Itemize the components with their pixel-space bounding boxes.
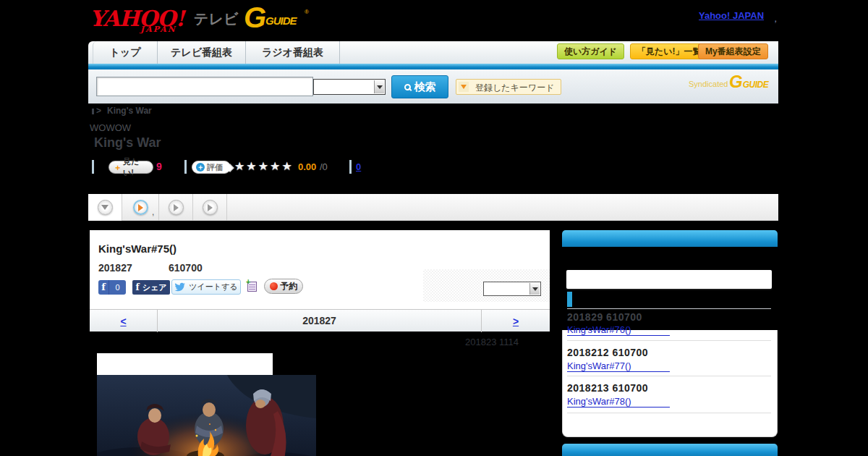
mitai-count: 9 — [156, 161, 162, 172]
like-count: 0 — [109, 280, 126, 295]
tweet-button[interactable]: ツイートする — [171, 279, 241, 295]
play-icon — [138, 204, 143, 211]
search-icon — [404, 84, 411, 90]
facebook-share-button[interactable]: fシェア — [132, 280, 170, 295]
star-rating[interactable]: ★★★★★ — [234, 159, 294, 173]
my-listings-settings-button[interactable]: My番組表設定 — [698, 43, 768, 59]
circle-button — [169, 200, 184, 215]
circle-button — [98, 200, 113, 215]
divider — [567, 308, 771, 309]
episode-title: King'sWar#75() — [98, 242, 176, 255]
divider — [184, 160, 187, 174]
photo-caption-strip — [97, 353, 273, 375]
episode-select[interactable] — [483, 282, 541, 296]
channel-name: WOWOW — [90, 122, 131, 133]
tv-label: テレビ — [194, 9, 238, 29]
circle-button — [133, 200, 148, 215]
rate-button[interactable]: ＋ 評価 — [192, 161, 231, 174]
facebook-icon: f — [136, 282, 140, 292]
episode-date: 201827 — [98, 262, 132, 274]
breadcrumb: >King's War — [96, 106, 152, 116]
chevron-down-icon — [459, 82, 469, 92]
tab-top[interactable]: トップ — [93, 41, 158, 64]
sidebar-banner-placeholder — [566, 270, 772, 289]
registered-keywords-button[interactable]: 登録したキーワード — [456, 79, 561, 95]
toolbar-tab-current[interactable] — [88, 194, 122, 221]
yahoo-japan-text: JAPAN — [140, 25, 176, 34]
triangle-down-icon — [101, 205, 109, 210]
sidebar-item-link[interactable]: King'sWar#76() — [567, 324, 670, 336]
chevron-down-icon — [532, 287, 538, 291]
chevron-down-icon — [377, 85, 383, 89]
select-arrow-button[interactable] — [529, 283, 540, 295]
sidebar-item-date: 201829 610700 — [567, 311, 642, 323]
rating-denominator: /0 — [320, 161, 328, 172]
plus-icon: ＋ — [196, 163, 205, 172]
mitai-list-button[interactable]: 「見たい!」一覧 — [630, 43, 709, 59]
record-dot-icon — [270, 282, 278, 290]
mitai-button[interactable]: ＋ 見たい! — [109, 161, 153, 174]
search-input[interactable] — [96, 77, 313, 96]
gguide-g-icon: G — [244, 1, 266, 34]
page-title: King's War — [94, 135, 161, 151]
divider — [567, 376, 771, 376]
episode-nav-bar: < 201827 > — [90, 309, 550, 332]
sidebar-item-link[interactable]: King'sWar#78() — [567, 396, 670, 408]
reserve-button[interactable]: 予約 — [264, 279, 303, 294]
next-episode-cell: > — [481, 310, 550, 332]
episode-channel-code: 610700 — [169, 262, 203, 274]
prev-episode-cell: < — [90, 310, 158, 332]
yahoo-japan-link[interactable]: Yahoo! JAPAN — [699, 10, 764, 21]
usage-guide-button[interactable]: 使い方ガイド — [557, 43, 624, 59]
breadcrumb-current: King's War — [107, 106, 152, 116]
tab-radio-listings[interactable]: ラジオ番組表 — [246, 41, 340, 64]
play-icon — [208, 204, 213, 211]
search-bar: 検索 登録したキーワード Syndicated GGUIDE — [88, 69, 778, 104]
sidebar-item-link[interactable]: King'sWar#77() — [567, 360, 670, 372]
sidebar-header-top — [562, 230, 778, 247]
episode-panel: King'sWar#75() 201827 610700 f 0 fシェア ツイ… — [90, 230, 550, 332]
breadcrumb-mark — [92, 109, 94, 114]
rating-score: 0.00 — [298, 161, 316, 172]
plus-icon: ＋ — [114, 162, 122, 173]
divider — [567, 340, 771, 341]
play-icon — [174, 204, 179, 211]
toolbar-tab-play-1[interactable]: , — [122, 194, 159, 221]
twitter-bird-icon — [174, 282, 186, 292]
current-episode-label: 201827 — [158, 310, 481, 332]
rating-row: ＋ 見たい! 9 ＋ 評価 ★★★★★ 0.00 /0 0 — [90, 159, 466, 175]
divider — [92, 160, 94, 174]
sidebar-section-marker — [567, 292, 572, 307]
syndicated-label: Syndicated — [689, 80, 728, 88]
gguide-small-logo: GGUIDE — [729, 72, 768, 92]
episode-photo — [97, 375, 316, 456]
prev-episode-link[interactable]: < — [120, 316, 126, 327]
page: YAHOO! JAPAN テレビ G GUIDE ® Yahoo! JAPAN … — [0, 0, 868, 456]
comma-mark: , — [152, 207, 154, 217]
facebook-like-button[interactable]: f 0 — [98, 280, 126, 295]
circle-button — [203, 200, 218, 215]
facebook-icon: f — [98, 280, 109, 295]
gguide-logo: G GUIDE ® — [244, 4, 323, 33]
broadcast-note: 201823 1114 — [465, 337, 519, 347]
sidebar-item-date: 2018213 610700 — [567, 382, 648, 394]
episode-toolbar: , — [88, 194, 778, 221]
sidebar-item-date: 2018212 610700 — [567, 347, 648, 358]
after-link-mark: ， — [771, 13, 780, 25]
add-calendar-icon[interactable]: + — [246, 279, 258, 293]
next-episode-link[interactable]: > — [513, 316, 519, 327]
search-category-select[interactable] — [313, 79, 386, 95]
yahoo-tv-logo[interactable]: YAHOO! JAPAN テレビ — [90, 4, 242, 35]
toolbar-tab-play-3[interactable] — [193, 194, 227, 221]
tab-tv-listings[interactable]: テレビ番組表 — [158, 41, 246, 64]
select-arrow-button[interactable] — [374, 80, 384, 93]
search-button[interactable]: 検索 — [391, 75, 448, 98]
divider — [567, 413, 771, 413]
sidebar-header-bottom — [562, 444, 778, 456]
main-nav-bar: トップ テレビ番組表 ラジオ番組表 使い方ガイド 「見たい!」一覧 My番組表設… — [88, 41, 778, 64]
divider — [349, 160, 352, 174]
review-count-link[interactable]: 0 — [356, 161, 361, 172]
toolbar-tab-play-2[interactable] — [159, 194, 193, 221]
accent-divider — [88, 64, 778, 69]
